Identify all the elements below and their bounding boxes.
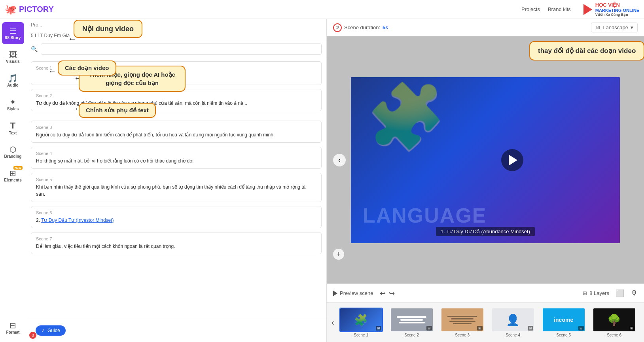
main-content: ☰ 98 Story 🖼 Visuals 🎵 Audio ✦ Styles T …	[0, 19, 644, 342]
table-row[interactable]: Scene 7 Để làm giàu, việc tiêu tiền một …	[31, 232, 322, 254]
scene-text: Để làm giàu, việc tiêu tiền một cách khô…	[36, 243, 316, 250]
table-row[interactable]: Scene 5 Khi bạn nhìn thấy thế giới qua l…	[31, 173, 322, 202]
undo-button[interactable]: ↩	[380, 289, 386, 298]
nav-projects[interactable]: Projects	[521, 6, 540, 12]
table-row[interactable]: Scene 6 2. Tư Duy Đầu Tư (Investor Minds…	[31, 206, 322, 228]
brand-line3: Vươn Xa Cùng Bạn	[595, 13, 639, 17]
table-row[interactable]: Scene 4 Họ không sợ mất mát, bởi vì họ b…	[31, 147, 322, 169]
filmstrip-scene-label: Scene 6	[607, 333, 621, 337]
filmstrip-thumb-2: ⊞	[390, 308, 434, 332]
guide-label: Guide	[47, 328, 60, 333]
brand-line2: MARKETING ONLINE	[595, 8, 639, 13]
sidebar-item-visuals[interactable]: 🖼 Visuals	[2, 46, 24, 68]
landscape-icon: 🖥	[595, 25, 600, 30]
table-row[interactable]: Scene 2 Tư duy dư dả không chỉ đơn giản …	[31, 89, 322, 111]
preview-button[interactable]: Preview scene	[333, 290, 373, 296]
mic-button[interactable]: 🎙	[631, 289, 638, 297]
sidebar-item-audio[interactable]: 🎵 Audio	[2, 70, 24, 92]
sidebar-text-label: Text	[9, 131, 17, 135]
play-triangle-icon	[509, 155, 517, 166]
add-scene-button[interactable]: +	[333, 249, 344, 260]
scene-text: Người có tư duy dư dả luôn tìm kiếm cách…	[36, 131, 316, 138]
scene-text: 2. Tư Duy Đầu Tư (Investor Mindset)	[36, 217, 316, 224]
project-title: 5 Lí T Duy Em Già	[31, 33, 70, 38]
topbar-brand: HỌC VIỆN MARKETING ONLINE Vươn Xa Cùng B…	[583, 2, 639, 17]
topbar: 🐙 PICTORY Projects Brand kits HỌC VIỆN M…	[0, 0, 644, 19]
preview-play-icon	[333, 291, 337, 296]
layers-button[interactable]: ⊞ 8 Layers	[583, 290, 609, 296]
filmstrip-thumb-4: 👤 ⊞	[491, 308, 535, 332]
table-row[interactable]: Scene 3 Người có tư duy dư dả luôn tìm k…	[31, 121, 322, 143]
filmstrip-thumb-5: income ⊞	[542, 308, 585, 332]
sidebar-item-elements[interactable]: NEW ⊞ Elements	[2, 164, 24, 187]
styles-icon: ✦	[9, 98, 16, 106]
audio-icon: 🎵	[8, 74, 18, 82]
sidebar-visuals-label: Visuals	[6, 59, 20, 64]
video-language-text: LANGUAGE	[363, 204, 487, 227]
breadcrumb: Pro...	[31, 22, 42, 28]
logo[interactable]: 🐙 PICTORY	[5, 4, 54, 15]
story-icon: ☰	[9, 27, 17, 35]
layers-icon: ⊞	[583, 290, 587, 296]
sidebar-item-text[interactable]: T Text	[2, 117, 24, 139]
list-item[interactable]: income ⊞ Scene 5	[540, 308, 587, 337]
brand-line1: HỌC VIỆN	[595, 2, 639, 8]
scenes-header: Pro...	[26, 19, 326, 31]
duration-label: Scene duration:	[344, 25, 380, 30]
duration-value[interactable]: 5s	[383, 25, 388, 30]
prev-scene-button[interactable]: ‹	[333, 154, 346, 166]
list-item[interactable]: ⊞ Scene 3	[439, 308, 486, 337]
filmstrip-thumb-1: 🧩 ⊞	[339, 308, 383, 332]
scene-label: Scene 6	[36, 210, 316, 215]
redo-button[interactable]: ↪	[389, 289, 395, 298]
scene-list: Scene 1 Thêm nhạc, giọng đọc AI hoặc giọ…	[26, 58, 326, 319]
app-name: PICTORY	[19, 5, 54, 14]
filmstrip-scene-label: Scene 5	[556, 333, 571, 337]
filmstrip: ‹ 🧩 ⊞ Scene 1	[327, 302, 644, 342]
scene-label: Scene 4	[36, 151, 316, 156]
callout-noi-dung: Nội dung video	[74, 20, 142, 38]
search-input[interactable]	[41, 43, 322, 55]
logo-icon: 🐙	[5, 4, 17, 15]
filmstrip-prev-button[interactable]: ‹	[330, 318, 336, 327]
bottom-toolbar: Preview scene ↩ ↪ ⊞ 8 Layers ⬜ 🎙	[327, 283, 644, 302]
scene-label: Scene 7	[36, 236, 316, 241]
list-item[interactable]: 🧩 ⊞ Scene 1	[337, 308, 385, 337]
sidebar-item-styles[interactable]: ✦ Styles	[2, 93, 24, 115]
nav-brand-kits[interactable]: Brand kits	[548, 6, 571, 12]
list-item[interactable]: ⊞ Scene 2	[388, 308, 436, 337]
branding-icon: ⬡	[9, 145, 16, 153]
elements-new-badge: NEW	[13, 166, 22, 170]
guide-button[interactable]: ✓ Guide	[36, 325, 66, 336]
duration-clock-icon: ⏱	[333, 23, 342, 32]
thumb-layers-icon: ⊞	[477, 326, 483, 331]
filmstrip-scenes: 🧩 ⊞ Scene 1	[336, 308, 641, 337]
format-icon: ⊟	[9, 321, 16, 329]
thumb-layers-icon: ⊞	[528, 326, 533, 331]
thumb-layers-icon: ⊞	[578, 326, 584, 331]
list-item[interactable]: 👤 ⊞ Scene 4	[489, 308, 537, 337]
elements-icon: ⊞	[9, 169, 16, 177]
landscape-button[interactable]: 🖥 Landscape ▾	[591, 23, 638, 32]
thumb-layers-icon: ⊞	[629, 326, 635, 331]
undo-redo-group: ↩ ↪	[380, 289, 395, 298]
sidebar-audio-label: Audio	[7, 83, 18, 87]
scene-label: Scene 3	[36, 125, 316, 130]
callout-cac-doan: Các đoạn video	[58, 60, 116, 76]
filmstrip-scene-label: Scene 4	[506, 333, 520, 337]
thumb-layers-icon: ⊞	[376, 326, 381, 331]
chevron-down-icon: ▾	[631, 25, 633, 30]
caption-button[interactable]: ⬜	[616, 289, 624, 298]
sidebar-item-story[interactable]: ☰ 98 Story	[2, 22, 24, 44]
video-play-button[interactable]	[501, 149, 523, 171]
thumb-layers-icon: ⊞	[426, 326, 432, 331]
sidebar-item-branding[interactable]: ⬡ Branding	[2, 141, 24, 163]
duration-info: ⏱ Scene duration: 5s	[333, 23, 388, 32]
sidebar-item-format[interactable]: ⊟ Format	[2, 317, 24, 339]
layers-label: 8 Layers	[589, 290, 609, 296]
sidebar-elements-label: Elements	[4, 178, 21, 182]
brand-triangle-icon	[583, 4, 592, 15]
right-panel: thay đổi độ dài các đoạn video ↑ ⏱ Scene…	[327, 19, 644, 342]
right-toolbar: ⏱ Scene duration: 5s 🖥 Landscape ▾	[327, 19, 644, 36]
list-item[interactable]: 🌳 ⊞ Scene 6	[591, 308, 638, 337]
